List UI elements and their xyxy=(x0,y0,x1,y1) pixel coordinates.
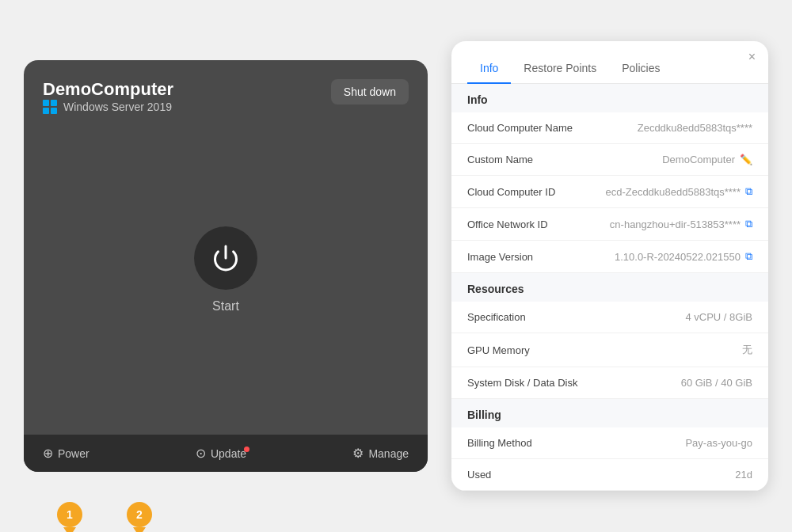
manage-footer-button[interactable]: ⚙ Manage xyxy=(352,446,409,461)
value-used: 21d xyxy=(735,469,752,481)
update-notification-dot xyxy=(244,446,249,452)
tab-restore-points[interactable]: Restore Points xyxy=(511,54,609,84)
power-footer-button[interactable]: ⊕ Power xyxy=(43,446,89,461)
row-cloud-computer-id: Cloud Computer ID ecd-Zecddku8edd5883tqs… xyxy=(451,176,768,208)
label-gpu-memory: GPU Memory xyxy=(467,344,530,356)
copy-image-version-icon[interactable]: ⧉ xyxy=(745,250,752,263)
edit-custom-name-icon[interactable]: ✏️ xyxy=(740,154,752,165)
row-specification: Specification 4 vCPU / 8GiB xyxy=(451,302,768,333)
label-used: Used xyxy=(467,469,491,481)
os-info: Windows Server 2019 xyxy=(43,100,173,114)
power-footer-label: Power xyxy=(58,447,89,460)
shutdown-button[interactable]: Shut down xyxy=(331,79,409,104)
label-specification: Specification xyxy=(467,311,526,323)
value-office-network-id: cn-hangzhou+dir-513853**** ⧉ xyxy=(610,218,752,230)
label-cloud-computer-name: Cloud Computer Name xyxy=(467,122,573,134)
tab-info[interactable]: Info xyxy=(467,54,511,84)
manage-footer-label: Manage xyxy=(368,447,409,460)
start-label: Start xyxy=(212,299,239,314)
value-cloud-computer-name: Zecddku8edd5883tqs**** xyxy=(638,122,752,134)
copy-office-id-icon[interactable]: ⧉ xyxy=(745,218,752,230)
row-gpu-memory: GPU Memory 无 xyxy=(451,333,768,367)
value-cloud-computer-id: ecd-Zecddku8edd5883tqs**** ⧉ xyxy=(605,185,752,198)
update-badge-container: Update xyxy=(211,447,246,460)
label-custom-name: Custom Name xyxy=(467,154,533,165)
right-header: Info Restore Points Policies × xyxy=(451,41,768,84)
value-specification: 4 vCPU / 8GiB xyxy=(685,311,752,323)
left-wrapper: DemoComputer Windows Server 2019 Shut do… xyxy=(24,60,428,472)
tab-policies[interactable]: Policies xyxy=(609,54,672,84)
label-disk: System Disk / Data Disk xyxy=(467,377,577,389)
windows-logo-icon xyxy=(43,100,57,114)
label-cloud-computer-id: Cloud Computer ID xyxy=(467,186,555,198)
label-office-network-id: Office Network ID xyxy=(467,218,548,230)
right-body: Info Cloud Computer Name Zecddku8edd5883… xyxy=(451,84,768,491)
right-panel: Info Restore Points Policies × Info Clou… xyxy=(451,41,768,491)
update-footer-icon: ⊙ xyxy=(196,446,206,461)
close-button[interactable]: × xyxy=(748,51,756,63)
left-panel: DemoComputer Windows Server 2019 Shut do… xyxy=(24,60,428,472)
power-icon xyxy=(211,244,240,272)
section-resources-header: Resources xyxy=(451,273,768,302)
row-custom-name: Custom Name DemoComputer ✏️ xyxy=(451,144,768,176)
left-footer: ⊕ Power ⊙ Update ⚙ Manage xyxy=(24,435,428,472)
right-wrapper: 3 4 5 Info Restore Points Policies × Inf… xyxy=(451,41,768,491)
label-billing-method: Billing Method xyxy=(467,437,532,449)
left-header: DemoComputer Windows Server 2019 Shut do… xyxy=(43,79,409,114)
power-footer-icon: ⊕ xyxy=(43,446,53,461)
value-disk: 60 GiB / 40 GiB xyxy=(681,377,752,389)
row-cloud-computer-name: Cloud Computer Name Zecddku8edd5883tqs**… xyxy=(451,112,768,144)
label-image-version: Image Version xyxy=(467,251,533,263)
section-info-header: Info xyxy=(451,84,768,112)
manage-footer-icon: ⚙ xyxy=(352,446,364,461)
value-image-version: 1.10.0-R-20240522.021550 ⧉ xyxy=(615,250,752,263)
section-billing-header: Billing xyxy=(451,399,768,428)
copy-cloud-id-icon[interactable]: ⧉ xyxy=(745,185,752,198)
value-gpu-memory: 无 xyxy=(742,343,752,357)
update-footer-button[interactable]: ⊙ Update xyxy=(196,446,246,461)
value-custom-name: DemoComputer ✏️ xyxy=(662,154,752,165)
value-billing-method: Pay-as-you-go xyxy=(685,437,752,449)
row-billing-method: Billing Method Pay-as-you-go xyxy=(451,428,768,459)
power-circle-button[interactable] xyxy=(194,226,257,290)
row-image-version: Image Version 1.10.0-R-20240522.021550 ⧉ xyxy=(451,241,768,273)
update-footer-label: Update xyxy=(211,447,246,460)
callout-2: 2 xyxy=(127,502,152,527)
panels-wrapper: DemoComputer Windows Server 2019 Shut do… xyxy=(24,41,768,491)
computer-name: DemoComputer xyxy=(43,79,173,100)
left-main: DemoComputer Windows Server 2019 Shut do… xyxy=(24,60,428,435)
row-used: Used 21d xyxy=(451,459,768,491)
callout-1: 1 xyxy=(57,502,82,527)
power-center: Start xyxy=(43,117,409,422)
os-name: Windows Server 2019 xyxy=(63,101,172,113)
row-office-network-id: Office Network ID cn-hangzhou+dir-513853… xyxy=(451,208,768,241)
row-disk: System Disk / Data Disk 60 GiB / 40 GiB xyxy=(451,367,768,399)
